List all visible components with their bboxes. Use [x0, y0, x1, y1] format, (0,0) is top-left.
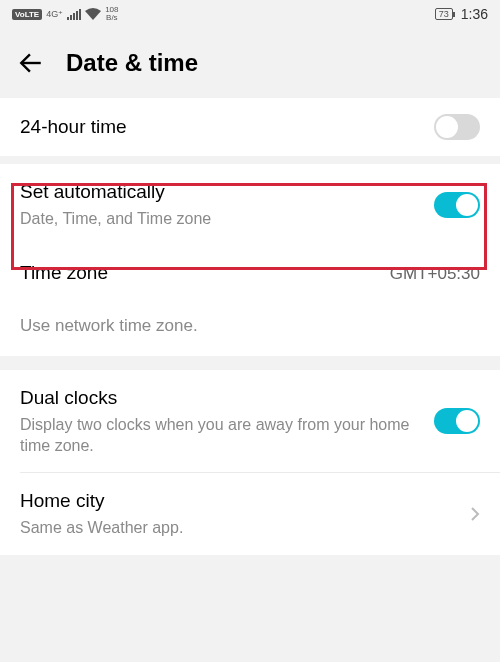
- svg-rect-0: [67, 17, 69, 20]
- row-dual-clocks[interactable]: Dual clocks Display two clocks when you …: [0, 370, 500, 472]
- row-24hour-time[interactable]: 24-hour time: [0, 98, 500, 156]
- row-title: Dual clocks: [20, 386, 422, 411]
- row-title: Set automatically: [20, 180, 422, 205]
- row-subtitle: Date, Time, and Time zone: [20, 209, 422, 230]
- status-clock: 1:36: [461, 6, 488, 22]
- volte-badge: VoLTE: [12, 9, 42, 20]
- back-icon[interactable]: [18, 50, 44, 76]
- signal-icon: [67, 9, 81, 20]
- row-title: Time zone: [20, 261, 378, 286]
- svg-rect-1: [70, 15, 72, 20]
- toggle-set-automatically[interactable]: [434, 192, 480, 218]
- row-title: Home city: [20, 489, 458, 514]
- toggle-dual-clocks[interactable]: [434, 408, 480, 434]
- svg-rect-3: [76, 11, 78, 20]
- row-home-city[interactable]: Home city Same as Weather app.: [0, 473, 500, 554]
- section-24hour: 24-hour time: [0, 98, 500, 156]
- network-speed: 108 B/s: [105, 6, 118, 22]
- row-tz-note: Use network time zone.: [0, 302, 500, 356]
- page-title: Date & time: [66, 49, 198, 77]
- battery-icon: 73: [435, 8, 453, 20]
- row-subtitle: Display two clocks when you are away fro…: [20, 415, 422, 457]
- svg-rect-2: [73, 13, 75, 20]
- section-auto-tz: Set automatically Date, Time, and Time z…: [0, 164, 500, 356]
- row-set-automatically[interactable]: Set automatically Date, Time, and Time z…: [0, 164, 500, 245]
- time-zone-value: GMT+05:30: [390, 264, 480, 284]
- section-dual-clocks: Dual clocks Display two clocks when you …: [0, 370, 500, 555]
- note-text: Use network time zone.: [20, 316, 480, 336]
- status-bar: VoLTE 4G⁺ 108 B/s 73 1:36: [0, 0, 500, 28]
- row-time-zone[interactable]: Time zone GMT+05:30: [0, 245, 500, 302]
- chevron-right-icon: [470, 506, 480, 522]
- toggle-24hour[interactable]: [434, 114, 480, 140]
- network-4g-label: 4G⁺: [46, 9, 63, 19]
- row-title: 24-hour time: [20, 115, 422, 140]
- app-bar: Date & time: [0, 28, 500, 98]
- row-subtitle: Same as Weather app.: [20, 518, 458, 539]
- svg-rect-4: [79, 9, 81, 20]
- wifi-icon: [85, 8, 101, 20]
